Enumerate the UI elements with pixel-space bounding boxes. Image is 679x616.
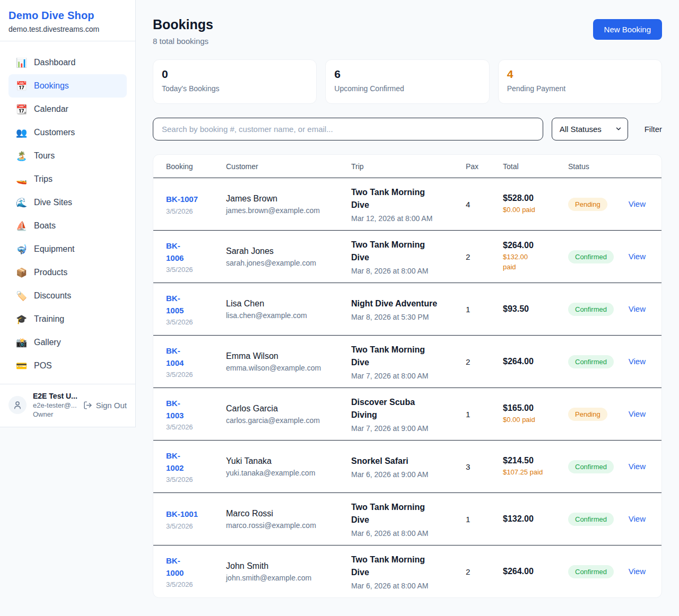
sidebar-item-bookings[interactable]: 📅 Bookings <box>8 74 127 98</box>
sidebar-item-equipment[interactable]: 🤿 Equipment <box>8 237 127 261</box>
trip-name: Discover Scuba Diving <box>351 396 455 421</box>
booking-link[interactable]: BK- 1000 <box>166 555 226 579</box>
trip-date: Mar 6, 2026 at 8:00 AM <box>351 529 466 538</box>
page-header: Bookings 8 total bookings New Booking <box>153 17 662 46</box>
customer-email: marco.rossi@example.com <box>226 521 351 530</box>
trip-name: Two Tank Morning Dive <box>351 344 455 369</box>
table-row: BK- 1004 3/5/2026 Emma Wilson emma.wilso… <box>153 335 661 388</box>
total-amount: $264.00 <box>503 241 568 250</box>
view-link[interactable]: View <box>629 252 646 261</box>
stat-value: 6 <box>334 68 480 81</box>
total-amount: $264.00 <box>503 357 568 366</box>
sidebar-item-dive-sites[interactable]: 🌊 Dive Sites <box>8 191 127 214</box>
booking-link[interactable]: BK- 1002 <box>166 450 226 474</box>
sign-out-button[interactable]: Sign Out <box>83 401 127 410</box>
customer-email: carlos.garcia@example.com <box>226 416 351 425</box>
new-booking-button[interactable]: New Booking <box>593 19 662 40</box>
booking-date: 3/5/2026 <box>166 266 226 274</box>
view-link[interactable]: View <box>629 304 646 313</box>
stat-label: Upcoming Confirmed <box>334 84 480 93</box>
trip-date: Mar 7, 2026 at 9:00 AM <box>351 424 466 433</box>
trip-name: Snorkel Safari <box>351 455 455 468</box>
stat-card: 6 Upcoming Confirmed <box>325 59 489 104</box>
column-header-status: Status <box>568 162 626 171</box>
booking-date: 3/5/2026 <box>166 522 226 530</box>
booking-link[interactable]: BK-1001 <box>166 508 226 520</box>
stat-label: Pending Payment <box>507 84 653 93</box>
bookings-calendar-icon: 📅 <box>16 81 27 92</box>
sidebar-item-training[interactable]: 🎓 Training <box>8 307 127 331</box>
column-header-customer: Customer <box>226 162 351 171</box>
equipment-mask-icon: 🤿 <box>16 244 27 255</box>
dive-sites-wave-icon: 🌊 <box>16 197 27 208</box>
table-row: BK-1001 3/5/2026 Marco Rossi marco.rossi… <box>153 492 661 545</box>
booking-link[interactable]: BK- 1006 <box>166 240 226 265</box>
user-name: E2E Test U... <box>33 392 77 400</box>
view-link[interactable]: View <box>629 462 646 471</box>
sign-out-label: Sign Out <box>96 401 127 410</box>
booking-link[interactable]: BK- 1004 <box>166 345 226 369</box>
paid-amount: $132.00 paid <box>503 252 544 272</box>
column-header-booking: Booking <box>166 162 226 171</box>
training-cap-icon: 🎓 <box>16 314 27 325</box>
brand-block: Demo Dive Shop demo.test.divestreams.com <box>0 0 135 41</box>
booking-link[interactable]: BK-1007 <box>166 193 226 205</box>
booking-date: 3/5/2026 <box>166 207 226 215</box>
sidebar-item-gallery[interactable]: 📸 Gallery <box>8 331 127 354</box>
column-header-trip: Trip <box>351 162 466 171</box>
view-link[interactable]: View <box>629 357 646 366</box>
total-amount: $528.00 <box>503 193 568 203</box>
view-link[interactable]: View <box>629 514 646 523</box>
table-row: BK- 1000 3/5/2026 John Smith john.smith@… <box>153 545 661 597</box>
trip-date: Mar 7, 2026 at 8:00 AM <box>351 372 466 380</box>
sidebar-item-label: Training <box>34 314 64 324</box>
booking-date: 3/5/2026 <box>166 580 226 588</box>
sidebar-item-trips[interactable]: 🚤 Trips <box>8 168 127 191</box>
booking-date: 3/5/2026 <box>166 423 226 431</box>
avatar <box>8 396 27 414</box>
paid-amount: $107.25 paid <box>503 468 544 478</box>
total-amount: $165.00 <box>503 403 568 413</box>
sidebar-item-label: Boats <box>34 221 56 231</box>
sidebar-item-dashboard[interactable]: 📊 Dashboard <box>8 51 127 74</box>
trips-speedboat-icon: 🚤 <box>16 174 27 185</box>
gallery-camera-icon: 📸 <box>16 337 27 348</box>
view-link[interactable]: View <box>629 409 646 418</box>
stat-value: 0 <box>162 68 308 81</box>
sidebar-item-customers[interactable]: 👥 Customers <box>8 121 127 144</box>
pax-count: 2 <box>466 357 503 366</box>
sidebar-item-label: Tours <box>34 151 55 161</box>
customer-email: john.smith@example.com <box>226 574 351 582</box>
dashboard-chart-icon: 📊 <box>16 57 27 68</box>
calendar-icon: 📆 <box>16 104 27 115</box>
person-icon <box>13 400 22 410</box>
search-input[interactable] <box>153 118 543 140</box>
booking-link[interactable]: BK- 1005 <box>166 292 226 317</box>
booking-date: 3/5/2026 <box>166 476 226 483</box>
sidebar-item-calendar[interactable]: 📆 Calendar <box>8 98 127 121</box>
booking-link[interactable]: BK- 1003 <box>166 397 226 422</box>
sidebar-item-discounts[interactable]: 🏷️ Discounts <box>8 284 127 307</box>
customer-name: Carlos Garcia <box>226 404 351 413</box>
table-row: BK- 1002 3/5/2026 Yuki Tanaka yuki.tanak… <box>153 440 661 492</box>
filter-bar: All Statuses Filter <box>153 118 662 140</box>
stat-card: 4 Pending Payment <box>498 59 662 104</box>
sign-out-icon <box>83 401 92 410</box>
sidebar-item-boats[interactable]: ⛵ Boats <box>8 214 127 237</box>
paid-amount: $0.00 paid <box>503 205 544 215</box>
view-link[interactable]: View <box>629 199 646 208</box>
sidebar-item-pos[interactable]: 💳 POS <box>8 354 127 377</box>
view-link[interactable]: View <box>629 567 646 576</box>
filter-button[interactable]: Filter <box>645 125 662 134</box>
customer-name: James Brown <box>226 194 351 204</box>
status-badge: Confirmed <box>568 565 614 578</box>
sidebar-item-products[interactable]: 📦 Products <box>8 261 127 284</box>
trip-name: Night Dive Adventure <box>351 297 455 310</box>
sidebar-item-label: Gallery <box>34 338 61 347</box>
total-amount: $132.00 <box>503 514 568 524</box>
status-select[interactable]: All Statuses <box>552 118 628 140</box>
sidebar-item-tours[interactable]: 🏝️ Tours <box>8 144 127 168</box>
status-badge: Confirmed <box>568 303 614 316</box>
main-content: Bookings 8 total bookings New Booking 0 … <box>136 0 679 616</box>
brand-name: Demo Dive Shop <box>8 10 127 22</box>
